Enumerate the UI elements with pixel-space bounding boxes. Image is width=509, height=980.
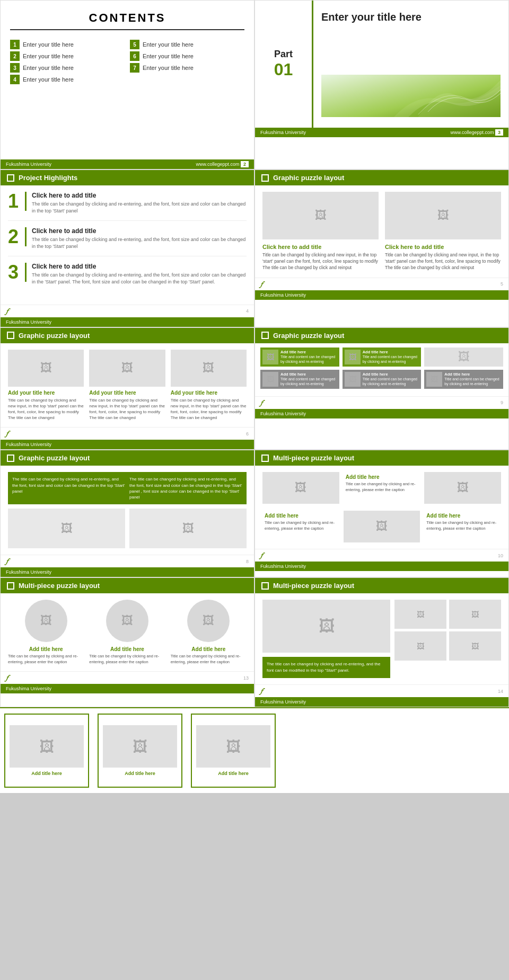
thumb-title[interactable]: Add title here xyxy=(31,771,62,776)
thumbnail-3[interactable]: 🖼 Add title here xyxy=(191,714,276,788)
image-icon: 🖼 xyxy=(471,642,479,651)
list-item[interactable]: 4 Enter your title here xyxy=(10,75,125,84)
puzzle-cell[interactable]: 🖼 Add title here Title and content can b… xyxy=(343,348,422,367)
footer-left: Fukushima University xyxy=(260,564,306,569)
item-number: 7 xyxy=(130,63,139,73)
puzzle-cell-3[interactable]: 🖼 xyxy=(424,472,501,506)
item-title[interactable]: Click here to add title xyxy=(32,192,247,199)
cell-title[interactable]: Add title here xyxy=(444,372,501,377)
thumb-title[interactable]: Add title here xyxy=(218,771,249,776)
slide-footer-area: 𝑓 10 xyxy=(255,549,508,562)
right-grid-area: 🖼 The title can be changed by clicking a… xyxy=(255,593,508,684)
list-item[interactable]: 1 Enter your title here xyxy=(10,40,125,49)
slide-footer-area: 𝑓 13 xyxy=(1,671,254,684)
image-placeholder: 🖼 xyxy=(262,192,379,239)
image-icon: 🖼 xyxy=(457,481,469,495)
item-title[interactable]: Add your title here xyxy=(89,390,165,396)
puzzle-cell[interactable]: 🖼 Add title here Title and content can b… xyxy=(424,370,503,389)
item-title[interactable]: Add title here xyxy=(265,513,337,519)
list-item[interactable]: 5 Enter your title here xyxy=(130,40,244,49)
puzzle-cell[interactable]: 🖼 Add title here Title and content can b… xyxy=(260,348,339,367)
small-image-1: 🖼 xyxy=(394,600,446,629)
puzzle-cell[interactable]: 🖼 Add title here Title and content can b… xyxy=(343,370,422,389)
circle-item-2[interactable]: 🖼 Add title here Title can be changed by… xyxy=(89,600,165,665)
highlight-item-3[interactable]: 3 Click here to add title The title can … xyxy=(8,263,247,291)
thumbnail-2[interactable]: 🖼 Add title here xyxy=(98,714,182,788)
puzzle-item-2[interactable]: 🖼 Click here to add title Title can be c… xyxy=(385,192,501,271)
puzzle-item-3[interactable]: 🖼 Add your title here Title can be chang… xyxy=(171,350,247,421)
item-title[interactable]: Click here to add title xyxy=(32,227,247,235)
item-title[interactable]: Add your title here xyxy=(8,390,84,396)
cell-desc: Title and content can be changed by clic… xyxy=(444,377,501,386)
item-content: Click here to add title The title can be… xyxy=(32,192,247,214)
text-cell-2[interactable]: The title can be changed by clicking and… xyxy=(129,476,242,500)
puzzle-cell-4[interactable]: Add title here Title can be changed by c… xyxy=(262,511,339,542)
slide-footer: Fukushima University xyxy=(1,317,254,327)
highlight-item-1[interactable]: 1 Click here to add title The title can … xyxy=(8,192,247,221)
item-title[interactable]: Add title here xyxy=(89,646,165,652)
checkbox-icon xyxy=(7,582,14,590)
f-icon: 𝑓 xyxy=(260,687,262,696)
puzzle-area: 🖼 Add title here Title and content can b… xyxy=(255,343,508,396)
puzzle-cell-6[interactable]: Add title here Title can be changed by c… xyxy=(424,511,501,542)
circles-area: 🖼 Add title here Title can be changed by… xyxy=(1,593,254,671)
circle-item-1[interactable]: 🖼 Add title here Title can be changed by… xyxy=(8,600,84,665)
circle-image: 🖼 xyxy=(187,600,230,642)
item-title[interactable]: Add title here xyxy=(171,646,247,652)
part-title[interactable]: Enter your title here xyxy=(321,11,501,23)
f-icon: 𝑓 xyxy=(6,307,8,316)
page-indicator: 10 xyxy=(498,553,503,558)
puzzle-cell-img: 🖼 xyxy=(424,348,503,367)
item-desc: Title can be changed by clicking and re-… xyxy=(8,654,84,665)
item-title[interactable]: Click here to add title xyxy=(32,263,247,270)
caption-box[interactable]: The title can be changed by clicking and… xyxy=(262,657,390,678)
slide-multi-piece-circles: Multi-piece puzzle layout 🖼 Add title he… xyxy=(0,577,254,707)
footer-left: Fukushima University xyxy=(260,292,306,298)
puzzle-item-1[interactable]: 🖼 Add your title here Title can be chang… xyxy=(8,350,84,421)
slide-header: Graphic puzzle layout xyxy=(1,450,254,466)
slide-footer-area: 𝑓 6 xyxy=(1,427,254,440)
item-title[interactable]: Add title here xyxy=(426,513,499,519)
large-image: 🖼 xyxy=(262,600,390,653)
page-indicator: 13 xyxy=(243,675,249,681)
contents-title[interactable]: CONTENTS xyxy=(10,11,244,30)
image-placeholder-1: 🖼 xyxy=(8,509,125,548)
list-item[interactable]: 3 Enter your title here xyxy=(10,63,125,73)
contents-grid: 1 Enter your title here 5 Enter your tit… xyxy=(10,40,244,84)
f-icon: 𝑓 xyxy=(260,551,262,560)
item-title[interactable]: Add title here xyxy=(346,474,418,480)
list-item[interactable]: 6 Enter your title here xyxy=(130,51,244,61)
image-icon: 🖼 xyxy=(39,738,54,755)
page-number: 3 xyxy=(495,129,503,136)
text-cell-1[interactable]: The title can be changed by clicking and… xyxy=(12,476,125,500)
footer-left: Fukushima University xyxy=(6,162,51,167)
slide-multi-piece-3col: Multi-piece puzzle layout 🖼 Add title he… xyxy=(254,450,509,577)
checkbox-icon xyxy=(261,582,269,590)
item-title[interactable]: Click here to add title xyxy=(385,244,501,250)
circle-image: 🖼 xyxy=(106,600,148,642)
highlight-item-2[interactable]: 2 Click here to add title The title can … xyxy=(8,227,247,256)
puzzle-cell-2[interactable]: Add title here Title can be changed by c… xyxy=(344,472,420,506)
slide-footer-area: 𝑓 8 xyxy=(1,555,254,567)
cell-title[interactable]: Add title here xyxy=(363,350,419,355)
list-item[interactable]: 7 Enter your title here xyxy=(130,63,244,73)
thumbnail-1[interactable]: 🖼 Add title here xyxy=(4,714,89,788)
slide-footer: Fukushima University www.collegeppt.com … xyxy=(255,128,508,137)
cell-text: Add title here Title and content can be … xyxy=(280,350,337,364)
list-item[interactable]: 2 Enter your title here xyxy=(10,51,125,61)
puzzle-grid: 🖼 Click here to add title Title can be c… xyxy=(255,185,508,278)
item-title[interactable]: Add your title here xyxy=(171,390,247,396)
cell-title[interactable]: Add title here xyxy=(363,372,419,377)
puzzle-cell-1[interactable]: 🖼 xyxy=(262,472,339,506)
cell-title[interactable]: Add title here xyxy=(280,372,337,377)
puzzle-item-1[interactable]: 🖼 Click here to add title Title can be c… xyxy=(262,192,379,271)
cell-title[interactable]: Add title here xyxy=(280,350,337,355)
puzzle-cell[interactable]: 🖼 Add title here Title and content can b… xyxy=(260,370,339,389)
item-title[interactable]: Click here to add title xyxy=(262,244,379,250)
item-desc: Title can be changed by clicking and re-… xyxy=(265,520,337,531)
circle-item-3[interactable]: 🖼 Add title here Title can be changed by… xyxy=(171,600,247,665)
thumb-title[interactable]: Add title here xyxy=(125,771,155,776)
puzzle-item-2[interactable]: 🖼 Add your title here Title can be chang… xyxy=(89,350,165,421)
item-title[interactable]: Add title here xyxy=(8,646,84,652)
slide-header: Multi-piece puzzle layout xyxy=(255,578,508,593)
